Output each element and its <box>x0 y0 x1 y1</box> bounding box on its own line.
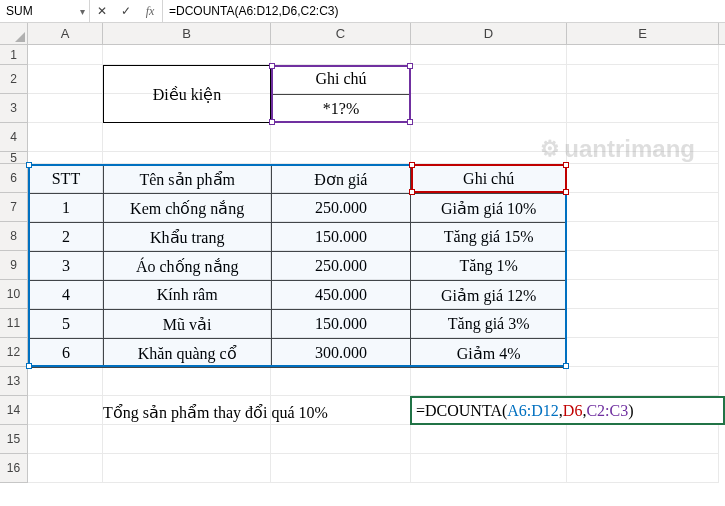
column-header-C[interactable]: C <box>271 23 411 44</box>
cell[interactable] <box>28 454 103 483</box>
cell[interactable] <box>411 367 567 396</box>
cell[interactable] <box>567 309 719 338</box>
formula-button-group: ✕ ✓ fx <box>90 0 163 22</box>
cell[interactable] <box>411 123 567 152</box>
cell[interactable] <box>567 65 719 94</box>
cell[interactable] <box>28 94 103 123</box>
row-header-8[interactable]: 8 <box>0 222 28 251</box>
cell[interactable] <box>28 152 103 164</box>
row-header-13[interactable]: 13 <box>0 367 28 396</box>
cell[interactable] <box>28 425 103 454</box>
confirm-icon[interactable]: ✓ <box>114 0 138 22</box>
cell[interactable] <box>103 367 271 396</box>
range-highlight-C2-C3 <box>271 65 411 123</box>
cell[interactable] <box>411 425 567 454</box>
row-header-11[interactable]: 11 <box>0 309 28 338</box>
cell[interactable] <box>271 425 411 454</box>
cell[interactable] <box>411 152 567 164</box>
row-header-1[interactable]: 1 <box>0 45 28 65</box>
cancel-icon[interactable]: ✕ <box>90 0 114 22</box>
name-box[interactable]: SUM ▾ <box>0 0 90 22</box>
formula-display: =DCOUNTA(A6:D12,D6,C2:C3) <box>416 402 634 420</box>
row-header-9[interactable]: 9 <box>0 251 28 280</box>
cell[interactable] <box>103 454 271 483</box>
cell[interactable] <box>567 222 719 251</box>
cell[interactable] <box>271 45 411 65</box>
cell[interactable] <box>103 94 271 123</box>
row-16: 16 <box>0 454 725 483</box>
row-header-3[interactable]: 3 <box>0 94 28 123</box>
column-header-A[interactable]: A <box>28 23 103 44</box>
cell[interactable] <box>103 65 271 94</box>
cell[interactable] <box>567 193 719 222</box>
cell[interactable] <box>103 425 271 454</box>
row-header-15[interactable]: 15 <box>0 425 28 454</box>
cell[interactable] <box>411 94 567 123</box>
cell[interactable] <box>271 367 411 396</box>
grid[interactable]: 12345678910111213141516 Điều kiện Ghi ch… <box>0 45 725 483</box>
row-15: 15 <box>0 425 725 454</box>
cell[interactable] <box>567 280 719 309</box>
formula-bar: SUM ▾ ✕ ✓ fx =DCOUNTA(A6:D12,D6,C2:C3) <box>0 0 725 23</box>
cell[interactable] <box>567 123 719 152</box>
fx-icon[interactable]: fx <box>138 0 162 22</box>
cell[interactable] <box>567 94 719 123</box>
cell[interactable] <box>567 367 719 396</box>
row-header-14[interactable]: 14 <box>0 396 28 425</box>
cell[interactable] <box>28 367 103 396</box>
active-cell-D14[interactable]: =DCOUNTA(A6:D12,D6,C2:C3) <box>410 396 725 425</box>
formula-text: =DCOUNTA(A6:D12,D6,C2:C3) <box>169 4 339 18</box>
row-header-2[interactable]: 2 <box>0 65 28 94</box>
cell[interactable] <box>567 164 719 193</box>
formula-input[interactable]: =DCOUNTA(A6:D12,D6,C2:C3) <box>163 0 725 22</box>
cell[interactable] <box>411 65 567 94</box>
cell[interactable] <box>28 123 103 152</box>
row-header-10[interactable]: 10 <box>0 280 28 309</box>
row-5: 5 <box>0 152 725 164</box>
column-header-D[interactable]: D <box>411 23 567 44</box>
cell[interactable] <box>271 152 411 164</box>
cell[interactable] <box>271 454 411 483</box>
cell[interactable] <box>28 396 103 425</box>
cell[interactable] <box>103 45 271 65</box>
column-headers: A B C D E <box>0 23 725 45</box>
row-header-16[interactable]: 16 <box>0 454 28 483</box>
cell[interactable] <box>567 338 719 367</box>
select-all-corner[interactable] <box>0 23 28 44</box>
row-4: 4 <box>0 123 725 152</box>
range-highlight-D6 <box>411 164 567 193</box>
cell[interactable] <box>28 45 103 65</box>
cell[interactable] <box>567 425 719 454</box>
row-header-5[interactable]: 5 <box>0 152 28 164</box>
row-header-12[interactable]: 12 <box>0 338 28 367</box>
name-box-dropdown-icon[interactable]: ▾ <box>80 6 85 17</box>
summary-label: Tổng sản phẩm thay đổi quá 10% <box>103 403 328 422</box>
cell[interactable] <box>567 454 719 483</box>
row-13: 13 <box>0 367 725 396</box>
cell[interactable] <box>271 123 411 152</box>
row-1: 1 <box>0 45 725 65</box>
column-header-E[interactable]: E <box>567 23 719 44</box>
row-header-6[interactable]: 6 <box>0 164 28 193</box>
range-highlight-A6-D12 <box>28 164 567 367</box>
cell[interactable] <box>103 123 271 152</box>
row-header-4[interactable]: 4 <box>0 123 28 152</box>
name-box-value: SUM <box>6 4 33 18</box>
cell[interactable] <box>567 251 719 280</box>
cell[interactable] <box>28 65 103 94</box>
cell[interactable] <box>103 152 271 164</box>
cell[interactable] <box>411 454 567 483</box>
cell[interactable] <box>567 152 719 164</box>
cell[interactable] <box>567 45 719 65</box>
cell[interactable] <box>411 45 567 65</box>
column-header-B[interactable]: B <box>103 23 271 44</box>
row-header-7[interactable]: 7 <box>0 193 28 222</box>
